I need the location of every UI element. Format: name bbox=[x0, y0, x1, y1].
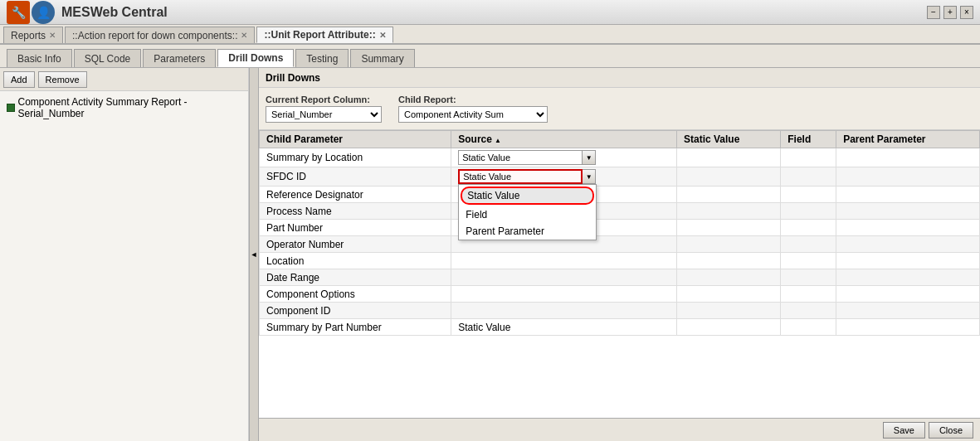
cell-child-param: Location bbox=[260, 253, 451, 269]
close-button[interactable]: × bbox=[960, 6, 973, 19]
window-controls: − + × bbox=[927, 6, 973, 19]
cell-field bbox=[781, 220, 836, 236]
sidebar-toolbar: Add Remove bbox=[0, 68, 248, 91]
source-input-row0[interactable] bbox=[458, 150, 583, 165]
cell-parent-param bbox=[836, 319, 980, 336]
cell-source: ▼ bbox=[451, 148, 677, 167]
cell-static-value bbox=[676, 269, 780, 286]
table-row: Operator Number bbox=[260, 236, 980, 253]
cell-child-param: Part Number bbox=[260, 220, 451, 236]
minimize-button[interactable]: − bbox=[927, 6, 940, 19]
cell-child-param: Component Options bbox=[260, 286, 451, 303]
tab-reports-label: Reports bbox=[11, 30, 46, 41]
tab-summary[interactable]: Summary bbox=[350, 49, 414, 67]
save-button[interactable]: Save bbox=[883, 422, 925, 439]
source-input-row1[interactable] bbox=[458, 169, 583, 184]
cell-field bbox=[781, 253, 836, 269]
cell-source bbox=[451, 253, 677, 269]
tab-parameters-label: Parameters bbox=[154, 53, 205, 65]
cell-child-param: Component ID bbox=[260, 303, 451, 319]
right-content: Drill Downs Current Report Column: Seria… bbox=[259, 68, 980, 441]
wrench-icon: 🔧 bbox=[7, 1, 30, 24]
source-dropdown-arrow-row0[interactable]: ▼ bbox=[583, 150, 596, 165]
col-static-value: Static Value bbox=[676, 131, 780, 148]
tab-sql-code[interactable]: SQL Code bbox=[74, 49, 142, 67]
cell-static-value bbox=[676, 167, 780, 187]
table-row: Part Number bbox=[260, 220, 980, 236]
drill-config: Current Report Column: Serial_Number Chi… bbox=[259, 88, 980, 130]
col-source: Source ▲ bbox=[451, 131, 677, 148]
source-dropdown-row1: ▼ Static Value Field bbox=[458, 169, 670, 184]
cell-field bbox=[781, 269, 836, 286]
add-button[interactable]: Add bbox=[3, 71, 35, 88]
col-field: Field bbox=[781, 131, 836, 148]
cell-child-param: Operator Number bbox=[260, 236, 451, 253]
child-report-select[interactable]: Component Activity Sum bbox=[398, 106, 548, 123]
remove-button[interactable]: Remove bbox=[38, 71, 87, 88]
current-report-column-select[interactable]: Serial_Number bbox=[266, 106, 382, 123]
tab-drill-downs-label: Drill Downs bbox=[228, 52, 283, 64]
tab-reports-close[interactable]: ✕ bbox=[49, 31, 56, 40]
dropdown-option-static-value[interactable]: Static Value bbox=[461, 187, 594, 205]
cell-child-param: Summary by Part Number bbox=[260, 319, 451, 336]
cell-static-value bbox=[676, 319, 780, 336]
sidebar-items: Component Activity Summary Report - Seri… bbox=[0, 91, 248, 441]
col-child-parameter: Child Parameter bbox=[260, 131, 451, 148]
title-bar-left: 🔧 👤 MESWeb Central bbox=[7, 1, 168, 24]
cell-child-param: Process Name bbox=[260, 203, 451, 220]
cell-parent-param bbox=[836, 203, 980, 220]
tab-testing-label: Testing bbox=[306, 53, 338, 65]
cell-parent-param bbox=[836, 269, 980, 286]
list-item[interactable]: Component Activity Summary Report - Seri… bbox=[3, 94, 245, 121]
tab-action-report[interactable]: ::Action report for down components:: ✕ bbox=[65, 27, 255, 43]
collapse-button[interactable]: ◄ bbox=[249, 68, 259, 441]
tab-unit-report[interactable]: ::Unit Report Attribute:: ✕ bbox=[256, 27, 392, 43]
dropdown-option-field[interactable]: Field bbox=[459, 206, 596, 223]
tab-summary-label: Summary bbox=[361, 53, 403, 65]
table-row: Component Options bbox=[260, 286, 980, 303]
table-container: Child Parameter Source ▲ Static Value Fi… bbox=[259, 130, 980, 418]
person-icon: 👤 bbox=[32, 1, 55, 24]
close-button[interactable]: Close bbox=[929, 422, 973, 439]
main-panel: Add Remove Component Activity Summary Re… bbox=[0, 68, 980, 441]
cell-parent-param bbox=[836, 148, 980, 167]
cell-child-param: SFDC ID bbox=[260, 167, 451, 187]
restore-button[interactable]: + bbox=[943, 6, 957, 19]
child-report-label: Child Report: bbox=[398, 94, 548, 104]
table-row: Summary by Location ▼ bbox=[260, 148, 980, 167]
tab-action-report-label: ::Action report for down components:: bbox=[72, 30, 237, 41]
app-icons: 🔧 👤 bbox=[7, 1, 55, 24]
cell-field bbox=[781, 286, 836, 303]
table-row: Reference Designator bbox=[260, 187, 980, 203]
col-parent-parameter: Parent Parameter bbox=[836, 131, 980, 148]
cell-parent-param bbox=[836, 187, 980, 203]
tab-basic-info[interactable]: Basic Info bbox=[7, 49, 72, 67]
tab-drill-downs[interactable]: Drill Downs bbox=[217, 49, 294, 67]
cell-field bbox=[781, 303, 836, 319]
table-row: Summary by Part Number Static Value bbox=[260, 319, 980, 336]
tab-unit-report-label: ::Unit Report Attribute:: bbox=[264, 29, 375, 41]
cell-static-value bbox=[676, 187, 780, 203]
current-report-column-group: Current Report Column: Serial_Number bbox=[266, 94, 382, 123]
tab-basic-info-label: Basic Info bbox=[17, 53, 61, 65]
tab-bar: Reports ✕ ::Action report for down compo… bbox=[0, 25, 980, 45]
drill-downs-title: Drill Downs bbox=[266, 72, 320, 84]
tab-parameters[interactable]: Parameters bbox=[143, 49, 216, 67]
source-dropdown-arrow-row1[interactable]: ▼ bbox=[583, 169, 596, 184]
left-sidebar: Add Remove Component Activity Summary Re… bbox=[0, 68, 249, 441]
tab-testing[interactable]: Testing bbox=[295, 49, 349, 67]
tab-unit-report-close[interactable]: ✕ bbox=[379, 31, 386, 40]
cell-static-value bbox=[676, 286, 780, 303]
dropdown-option-parent-param[interactable]: Parent Parameter bbox=[459, 223, 596, 240]
param-table: Child Parameter Source ▲ Static Value Fi… bbox=[259, 130, 980, 336]
cell-field bbox=[781, 148, 836, 167]
cell-parent-param bbox=[836, 253, 980, 269]
tab-sql-code-label: SQL Code bbox=[85, 53, 131, 65]
current-report-column-label: Current Report Column: bbox=[266, 94, 382, 104]
inner-tab-bar: Basic Info SQL Code Parameters Drill Dow… bbox=[0, 45, 980, 68]
sidebar-item-label: Component Activity Summary Report - Seri… bbox=[18, 96, 242, 119]
tab-action-report-close[interactable]: ✕ bbox=[241, 31, 247, 40]
cell-child-param: Reference Designator bbox=[260, 187, 451, 203]
tab-reports[interactable]: Reports ✕ bbox=[3, 27, 63, 43]
cell-field bbox=[781, 187, 836, 203]
